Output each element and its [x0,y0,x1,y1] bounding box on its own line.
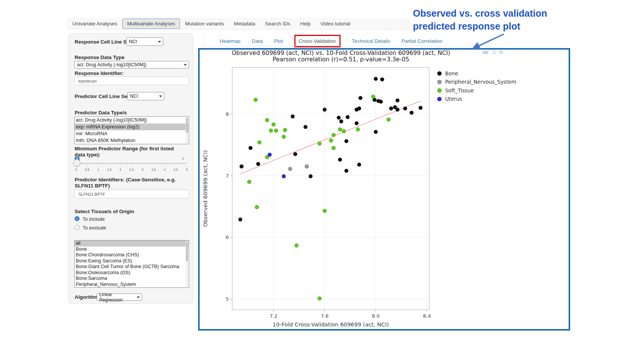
plot-frame [232,67,429,310]
scatter-point-soft_tissue [295,243,299,247]
chevron-down-icon [137,296,140,298]
annotation-line1: Observed vs. cross validation [413,7,547,20]
nav-tab-univariate[interactable]: Univariate Analyses [67,19,122,29]
scrollbar-thumb[interactable] [186,242,188,261]
scatter-point-bone [395,98,399,102]
radio-to-include[interactable] [75,216,80,221]
list-item[interactable]: Bone:Sarcoma [75,276,189,282]
response-data-type-label: Response Data Type [75,55,125,61]
list-item[interactable]: Peripheral_Nervous_System [75,282,189,288]
range-slider-handle[interactable] [73,159,80,167]
scatter-point-bone [357,163,361,167]
app-window: Univariate Analyses Multivariate Analyse… [0,0,644,362]
scatter-point-bone [403,106,407,110]
scatter-point-soft_tissue [318,296,322,300]
slider-tick-label: 1.5 [107,168,112,172]
scatter-point-bone [395,108,399,112]
slider-tick [142,165,143,167]
response-identifier-input[interactable] [74,76,189,85]
nav-tab-metadata[interactable]: Metadata [229,19,260,29]
list-item[interactable]: Bone:Ewing Sarcoma (ES) [75,258,189,264]
scatter-point-peripheral_nervous_system [288,167,292,171]
chevron-down-icon [158,41,161,43]
nav-tab-video-tutorial[interactable]: Video tutorial [316,19,355,29]
annotation-line2: predicted response plot [413,20,547,33]
nav-tab-search-ids[interactable]: Search IDs [260,19,295,29]
scatter-point-bone [338,158,342,162]
scatter-point-bone [238,218,242,222]
scrollbar[interactable] [186,241,188,288]
tab-partial-correlation[interactable]: Partial Correlation [402,38,442,44]
nav-tab-help[interactable]: Help [295,19,316,29]
list-item[interactable]: Bone:Giant Cell Tumor of Bone (GCTB) Sar… [75,264,189,270]
predictor-data-type-listbox[interactable]: act: Drug Activity (-log10[IC50M]) exp: … [74,116,189,144]
scatter-point-soft_tissue [371,95,375,98]
scatter-point-bone [323,108,327,112]
scatter-point-bone [344,169,348,173]
legend-swatch [438,97,442,101]
scatter-point-bone [291,115,295,119]
scatter-point-peripheral_nervous_system [305,165,309,169]
predictor-identifiers-input[interactable] [74,190,189,198]
nav-tab-mutation-variants[interactable]: Mutation variants [180,19,229,29]
nav-tab-multivariate[interactable]: Multivariate Analyses [122,19,180,29]
range-slider-track[interactable] [76,163,187,164]
scatter-point-bone [380,78,384,81]
tissue-origin-label: Select Tissue/s of Origin [75,209,134,215]
list-item[interactable]: Bone [75,247,189,253]
tab-plot[interactable]: Plot [274,38,283,44]
radio-to-exclude[interactable] [75,225,80,230]
legend-swatch [438,89,442,93]
tissue-listbox[interactable]: all Bone Bone:Chondrosarcoma (CHS) Bone:… [74,240,189,288]
response-cell-line-set-label: Response Cell Line Set [75,39,131,45]
list-item[interactable]: mir: MicroRNA [75,130,189,137]
algorithm-select[interactable]: Linear Regression [97,293,142,301]
scatter-point-soft_tissue [342,130,346,133]
list-item[interactable]: Bone:Chondrosarcoma (CHS) [75,252,189,258]
slider-max-label: 5 [182,157,184,161]
plot-subtitle: Pearson correlation (r)=0.51, p-value=3.… [273,56,409,63]
scatter-point-bone [249,146,252,150]
scatter-point-bone [359,96,363,100]
slider-tick [109,165,110,167]
response-cell-line-set-select[interactable]: NCI [126,37,163,46]
min-predictor-range-label: Minimum Predictor Range (for first liste… [75,146,184,158]
list-item[interactable]: exp: mRNA Expression (log2) [75,123,189,130]
slider-tick-label: 3.5 [151,168,156,172]
response-cell-line-set-value: NCI [129,39,137,44]
slider-tick-label: 2 [119,168,121,172]
scatter-point-soft_tissue [338,128,342,131]
scatter-point-bone [337,116,341,120]
response-data-type-select[interactable]: act: Drug Activity (-log10[IC50M]) [74,61,189,69]
predictor-cell-line-set-select[interactable]: NCI [127,92,164,100]
legend-swatch [438,80,442,84]
scatter-point-bone [379,100,383,104]
tab-heatmap[interactable]: Heatmap [220,38,241,44]
list-item[interactable]: all [75,240,189,247]
slider-tick-label: 3 [142,168,144,172]
list-item[interactable]: mth: DNA 850K Methylation [75,137,189,144]
scatter-point-bone [344,139,348,143]
slider-tick-label: 2.5 [129,168,134,172]
scatter-point-bone [339,120,343,123]
scatter-point-bone [309,175,313,178]
scatter-point-soft_tissue [282,135,286,139]
y-tick-label: 8 [226,111,229,117]
scatter-point-soft_tissue [258,140,261,144]
tab-cross-validation[interactable]: Cross-Validation [294,35,341,47]
scrollbar[interactable] [186,117,188,144]
scatter-point-soft_tissue [356,128,360,131]
scatter-point-soft_tissue [329,139,333,142]
scrollbar-thumb[interactable] [186,118,188,133]
tab-technical-details[interactable]: Technical Details [352,38,390,44]
scatter-plot: 7.27.68.08.45678Observed 609699 (act, NC… [200,50,569,329]
list-item[interactable]: Bone:Osteosarcoma (OS) [75,270,189,276]
slider-tick [187,165,187,167]
scatter-point-bone [357,106,361,110]
tab-data[interactable]: Data [252,38,263,44]
top-nav: Univariate Analyses Multivariate Analyse… [67,18,411,30]
list-item[interactable]: act: Drug Activity (-log10[IC50M]) [75,117,189,123]
scatter-point-soft_tissue [332,146,336,150]
slider-tick [120,165,121,167]
annotation-arrow-icon [464,32,510,52]
